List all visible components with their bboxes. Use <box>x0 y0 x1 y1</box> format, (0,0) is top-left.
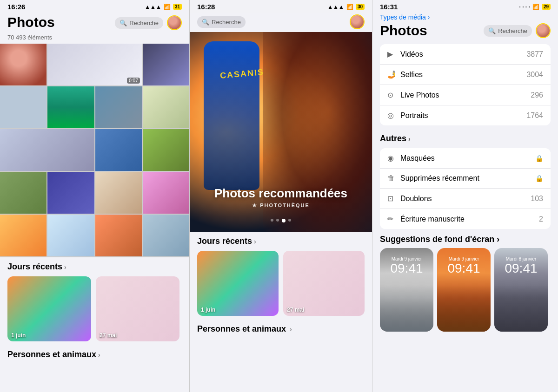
photo-grid-1: 0:07 <box>0 44 189 257</box>
breadcrumb[interactable]: Types de média › <box>372 13 558 22</box>
status-bar-1: 16:26 ▲▲▲ 📶 31 <box>0 0 189 13</box>
time-2: 16:28 <box>197 3 215 11</box>
wallpaper-title: Suggestions de fond d'écran › <box>380 235 499 244</box>
grid-cell[interactable] <box>0 129 94 171</box>
wp-time-1: 09:41 <box>380 261 433 276</box>
signal-icon-2: ▲▲▲ <box>327 4 344 10</box>
persons-chevron-1[interactable]: › <box>98 351 100 359</box>
autres-chevron[interactable]: › <box>408 135 411 143</box>
avatar-1[interactable] <box>167 15 182 30</box>
grid-cell[interactable] <box>95 86 142 128</box>
search-button-2[interactable]: 🔍 Recherche <box>197 16 246 28</box>
day-card[interactable]: 27 mai <box>96 276 179 341</box>
search-button-3[interactable]: 🔍 Recherche <box>484 25 532 37</box>
time-1: 16:26 <box>7 3 25 11</box>
status-bar-2: 16:28 ▲▲▲ 📶 30 <box>190 0 372 13</box>
lock-icon-2: 🔒 <box>535 175 543 182</box>
recent-days-section-2: Jours récents › 1 juin 27 mai <box>190 232 372 320</box>
avatar-3[interactable] <box>536 23 551 38</box>
persons-title-1: Personnes et animaux <box>7 350 96 359</box>
chevron-icon-1[interactable]: › <box>64 263 66 271</box>
persons-chevron-2[interactable]: › <box>290 326 292 333</box>
media-count-handwriting: 2 <box>539 215 543 223</box>
grid-cell[interactable] <box>0 44 46 85</box>
persons-section-2: Personnes et animaux › <box>190 320 372 334</box>
featured-subtitle: ★ PHOTOTHÈQUE <box>190 203 372 209</box>
grid-cell[interactable] <box>143 215 189 256</box>
persons-section-1: Personnes et animaux › <box>0 346 189 359</box>
media-label-deleted: Supprimées récemment <box>400 174 532 183</box>
wallpaper-card-3[interactable]: Mardi 8 janvier 09:41 <box>494 248 548 332</box>
wifi-icon-3: 📶 <box>532 4 539 10</box>
autres-header: Autres › <box>372 128 558 145</box>
battery-1: 31 <box>173 4 182 10</box>
day-cards-2: 1 juin 27 mai <box>197 251 365 316</box>
grid-cell[interactable] <box>143 172 189 214</box>
page-title-3: Photos <box>380 23 427 39</box>
media-label-portraits: Portraits <box>400 111 526 120</box>
grid-cell[interactable] <box>47 215 94 256</box>
day-card-2-2[interactable]: 27 mai <box>283 251 365 316</box>
header-3: Photos 🔍 Recherche <box>372 22 558 41</box>
media-item-deleted[interactable]: 🗑 Supprimées récemment 🔒 <box>380 169 551 189</box>
featured-photo[interactable]: CASANIS Photos recommandées ★ PHOTOTHÈQU… <box>190 32 372 232</box>
grid-cell[interactable] <box>95 172 142 214</box>
day-card-label: 1 juin <box>11 332 26 339</box>
status-icons-3: · · · · 📶 29 <box>519 4 551 10</box>
grid-cell[interactable] <box>0 215 46 256</box>
dot-1[interactable] <box>271 219 273 222</box>
grid-cell[interactable] <box>95 129 142 171</box>
panel-photos-featured: 16:28 ▲▲▲ 📶 30 🔍 Recherche CASANIS Photo… <box>189 0 372 392</box>
breadcrumb-text: Types de média › <box>380 13 430 21</box>
video-duration: 0:07 <box>127 78 140 84</box>
wallpaper-card-2[interactable]: Mardi 9 janvier 09:41 <box>437 248 491 332</box>
status-icons-1: ▲▲▲ 📶 31 <box>145 4 182 10</box>
header-right-3: 🔍 Recherche <box>484 23 551 38</box>
day-card-label-2-1: 1 juin <box>201 307 215 313</box>
recent-days-title-1: Jours récents <box>7 262 62 272</box>
selfie-icon: 🤳 <box>387 70 400 79</box>
media-item-hidden[interactable]: ◉ Masquées 🔒 <box>380 148 551 169</box>
media-item-livephotos[interactable]: ⊙ Live Photos 296 <box>380 85 551 105</box>
dot-4[interactable] <box>288 219 291 222</box>
wallpaper-cards: Mardi 9 janvier 09:41 Mardi 9 janvier 09… <box>372 248 558 332</box>
wallpaper-card-1[interactable]: Mardi 9 janvier 09:41 <box>380 248 433 332</box>
chevron-icon-2[interactable]: › <box>254 238 256 245</box>
persons-title-2: Personnes et animaux <box>197 324 286 334</box>
dot-3-active[interactable] <box>282 219 286 222</box>
search-icon-2: 🔍 <box>202 19 209 26</box>
search-button-1[interactable]: 🔍 Recherche <box>115 17 163 29</box>
lock-icon-1: 🔒 <box>535 155 543 162</box>
recent-days-header-1: Jours récents › <box>7 262 182 272</box>
grid-cell[interactable]: 0:07 <box>47 44 142 85</box>
grid-cell[interactable] <box>47 86 94 128</box>
header-2: 🔍 Recherche <box>190 13 372 32</box>
grid-cell[interactable] <box>47 172 94 214</box>
media-item-duplicates[interactable]: ⊡ Doublons 103 <box>380 189 551 209</box>
grid-cell[interactable] <box>143 129 189 171</box>
recent-days-header-2: Jours récents › <box>197 236 365 246</box>
portrait-icon: ◎ <box>387 111 400 120</box>
media-label-livephotos: Live Photos <box>400 91 531 99</box>
media-count-selfies: 3004 <box>526 71 543 79</box>
media-count-portraits: 1764 <box>526 111 543 120</box>
search-label-2: Recherche <box>212 19 241 26</box>
grid-cell[interactable] <box>0 172 46 214</box>
day-card-label: 27 mai <box>100 332 117 339</box>
grid-cell[interactable] <box>95 215 142 256</box>
media-item-portraits[interactable]: ◎ Portraits 1764 <box>380 105 551 125</box>
media-count-duplicates: 103 <box>531 195 543 203</box>
day-card[interactable]: 1 juin <box>7 276 91 341</box>
media-item-handwriting[interactable]: ✏ Écriture manuscrite 2 <box>380 209 551 229</box>
grid-cell[interactable] <box>143 86 189 128</box>
time-3: 16:31 <box>380 3 398 11</box>
media-item-videos[interactable]: ▶ Vidéos 3877 <box>380 44 551 65</box>
avatar-2[interactable] <box>350 14 365 29</box>
panel-photos-library: 16:26 ▲▲▲ 📶 31 Photos 🔍 Recherche 70 493… <box>0 0 189 392</box>
grid-cell[interactable] <box>143 44 189 85</box>
featured-caption: Photos recommandées ★ PHOTOTHÈQUE <box>190 186 372 209</box>
media-item-selfies[interactable]: 🤳 Selfies 3004 <box>380 65 551 85</box>
dot-2[interactable] <box>276 219 279 222</box>
grid-cell[interactable] <box>0 86 46 128</box>
day-card-2-1[interactable]: 1 juin <box>197 251 279 316</box>
